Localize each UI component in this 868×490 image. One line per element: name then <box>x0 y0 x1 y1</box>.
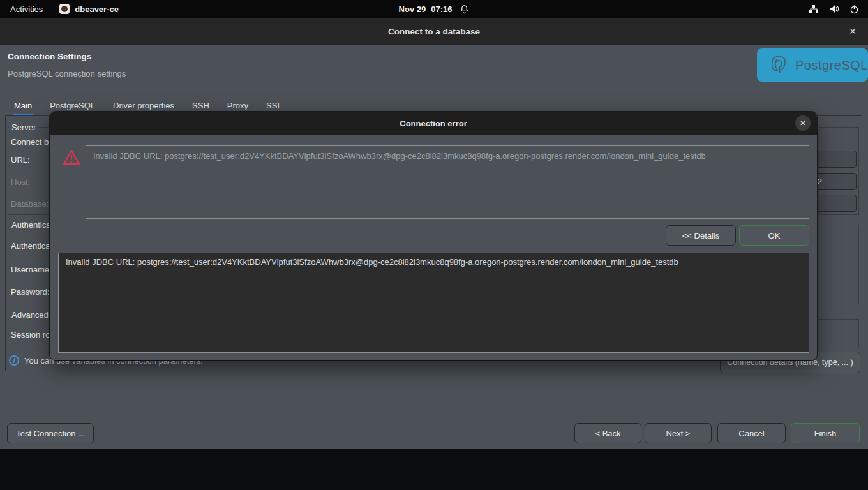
password-label: Password: <box>11 287 50 297</box>
postgresql-logo: PostgreSQL <box>757 48 868 82</box>
window-titlebar[interactable]: Connect to a database ✕ <box>0 18 868 45</box>
topbar-date: Nov 29 <box>399 4 426 14</box>
power-icon <box>849 4 859 14</box>
volume-icon <box>829 4 839 13</box>
error-dialog-close-button[interactable]: ✕ <box>795 115 811 131</box>
details-toggle-button[interactable]: << Details <box>666 225 736 246</box>
database-label: Database: <box>11 199 49 209</box>
next-button[interactable]: Next > <box>645 423 712 443</box>
window-title: Connect to a database <box>388 27 480 36</box>
postgresql-elephant-icon <box>768 54 790 77</box>
server-group-label: Server <box>9 122 38 132</box>
dock-background: ✉ A ? >_ <box>0 449 868 490</box>
url-label: URL: <box>11 155 30 165</box>
test-connection-button[interactable]: Test Connection ... <box>7 423 94 443</box>
connect-by-label: Connect by <box>11 137 53 147</box>
advanced-group-label: Advanced <box>9 310 51 320</box>
page-subtitle: PostgreSQL connection settings <box>8 69 126 78</box>
wizard-header: Connection Settings PostgreSQL connectio… <box>0 45 868 93</box>
finish-button[interactable]: Finish <box>791 423 860 443</box>
system-status-area[interactable] <box>600 4 868 14</box>
dbeaver-app-icon <box>59 4 70 14</box>
window-close-button[interactable]: ✕ <box>846 25 859 38</box>
error-details-text[interactable]: Invalid JDBC URL: postgres://test_user:d… <box>58 253 809 353</box>
ok-button[interactable]: OK <box>739 225 809 246</box>
host-label: Host: <box>11 177 30 187</box>
system-top-bar: Activities dbeaver-ce Nov 29 07:16 <box>0 0 868 18</box>
warning-icon <box>62 149 81 168</box>
cancel-button[interactable]: Cancel <box>717 423 786 443</box>
bell-icon <box>460 4 469 14</box>
back-button[interactable]: < Back <box>574 423 641 443</box>
error-dialog-title: Connection error <box>400 119 467 128</box>
error-message-box[interactable]: Invalid JDBC URL: postgres://test_user:d… <box>86 145 809 219</box>
topbar-time: 07:16 <box>431 4 452 14</box>
info-icon: i <box>9 355 19 366</box>
username-label: Username: <box>11 265 52 274</box>
focused-app-name: dbeaver-ce <box>75 4 119 14</box>
activities-button[interactable]: Activities <box>10 4 43 14</box>
postgresql-logo-text: PostgreSQL <box>795 58 868 73</box>
clock-menu[interactable]: Nov 29 07:16 <box>268 4 600 14</box>
network-icon <box>809 4 819 13</box>
error-dialog-titlebar[interactable]: Connection error ✕ <box>50 112 817 135</box>
page-title: Connection Settings <box>8 52 91 61</box>
connection-error-dialog: Connection error ✕ Invalid JDBC URL: pos… <box>50 112 817 360</box>
tab-main[interactable]: Main <box>13 101 33 115</box>
focused-app-menu[interactable]: dbeaver-ce <box>59 4 119 14</box>
